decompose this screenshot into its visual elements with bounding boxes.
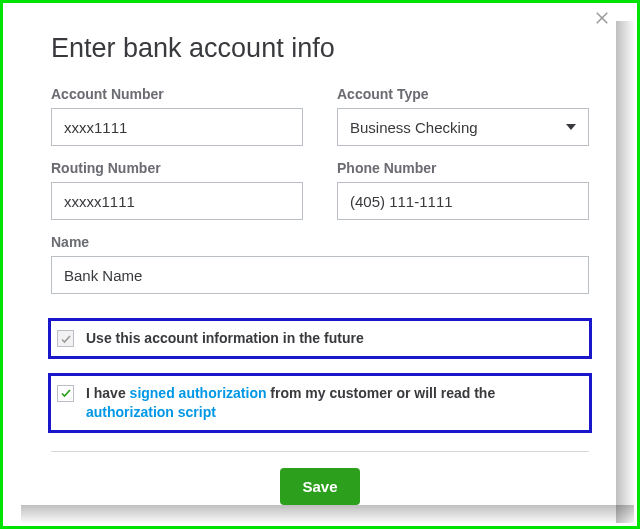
save-button[interactable]: Save	[280, 468, 359, 505]
use-future-row: Use this account information in the futu…	[48, 318, 592, 359]
routing-number-label: Routing Number	[51, 160, 303, 176]
authorization-checkbox[interactable]	[57, 385, 74, 402]
phone-number-input[interactable]	[337, 182, 589, 220]
account-type-value: Business Checking	[350, 119, 478, 136]
divider	[51, 451, 589, 452]
account-type-label: Account Type	[337, 86, 589, 102]
authorization-script-link[interactable]: authorization script	[86, 404, 216, 420]
close-icon[interactable]	[593, 9, 613, 29]
use-future-checkbox	[57, 330, 74, 347]
account-number-label: Account Number	[51, 86, 303, 102]
authorization-row: I have signed authorization from my cust…	[48, 373, 592, 433]
chevron-down-icon	[566, 124, 576, 130]
auth-text-mid: from my customer or will read the	[266, 385, 495, 401]
name-label: Name	[51, 234, 589, 250]
authorization-label: I have signed authorization from my cust…	[86, 384, 583, 422]
account-type-select[interactable]: Business Checking	[337, 108, 589, 146]
routing-number-input[interactable]	[51, 182, 303, 220]
auth-text-prefix: I have	[86, 385, 130, 401]
signed-authorization-link[interactable]: signed authorization	[130, 385, 267, 401]
name-input[interactable]	[51, 256, 589, 294]
page-title: Enter bank account info	[51, 33, 589, 64]
phone-number-label: Phone Number	[337, 160, 589, 176]
account-number-input[interactable]	[51, 108, 303, 146]
use-future-label: Use this account information in the futu…	[86, 329, 364, 348]
